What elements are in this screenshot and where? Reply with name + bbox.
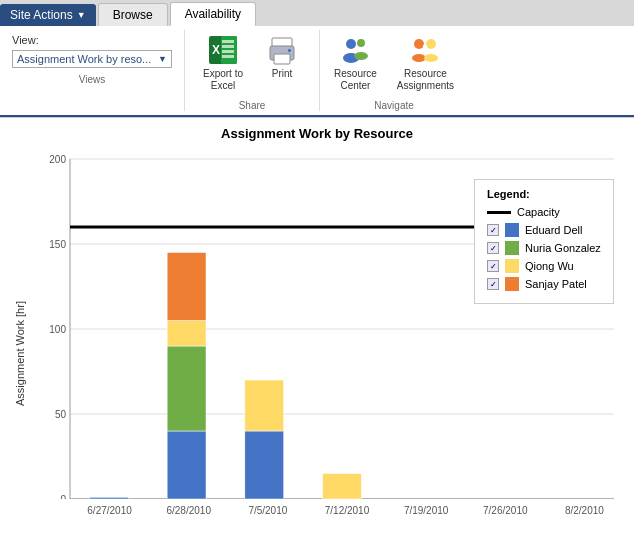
y-axis-label: Assignment Work [hr]	[10, 149, 30, 529]
svg-rect-4	[222, 45, 234, 48]
x-tick: 8/2/2010	[545, 501, 624, 529]
print-button[interactable]: Print	[257, 30, 307, 84]
tab-availability[interactable]: Availability	[170, 2, 256, 26]
svg-rect-6	[222, 55, 234, 58]
legend-checkbox[interactable]: ✓	[487, 260, 499, 272]
svg-text:X: X	[212, 43, 220, 57]
views-group-label: Views	[12, 74, 172, 85]
share-group-items: X Export toExcel	[197, 30, 307, 96]
svg-point-14	[354, 52, 368, 60]
view-label: View:	[12, 34, 172, 46]
legend-capacity-line	[487, 211, 511, 214]
view-value: Assignment Work by reso...	[17, 53, 151, 65]
x-axis: 6/27/20106/28/20107/5/20107/12/20107/19/…	[70, 501, 624, 529]
legend-item-label: Qiong Wu	[525, 260, 574, 272]
legend-item-label: Eduard Dell	[525, 224, 582, 236]
tab-bar: Site Actions ▼ Browse Availability	[0, 0, 634, 26]
svg-rect-5	[222, 50, 234, 53]
ribbon: View: Assignment Work by reso... ▼ Views…	[0, 26, 634, 118]
navigate-group: ResourceCenter ResourceAssignments	[320, 30, 468, 111]
site-actions-label: Site Actions	[10, 8, 73, 22]
export-excel-label: Export toExcel	[203, 68, 243, 92]
svg-text:50: 50	[55, 409, 67, 420]
print-label: Print	[272, 68, 293, 80]
legend-item: ✓ Sanjay Patel	[487, 277, 601, 291]
chart-title: Assignment Work by Resource	[10, 126, 624, 141]
tab-site-actions[interactable]: Site Actions ▼	[0, 4, 96, 26]
legend-items: ✓ Eduard Dell ✓ Nuria Gonzalez ✓ Qiong W…	[487, 223, 601, 291]
svg-rect-35	[167, 321, 206, 347]
legend-item: ✓ Nuria Gonzalez	[487, 241, 601, 255]
site-actions-arrow: ▼	[77, 10, 86, 20]
x-tick: 7/5/2010	[228, 501, 307, 529]
share-group: X Export toExcel	[185, 30, 320, 111]
ribbon-content: View: Assignment Work by reso... ▼ Views…	[0, 26, 634, 117]
view-dropdown-arrow: ▼	[158, 54, 167, 64]
svg-rect-3	[222, 40, 234, 43]
resource-assignments-label: ResourceAssignments	[397, 68, 454, 92]
share-group-label: Share	[239, 100, 266, 111]
legend-item-label: Nuria Gonzalez	[525, 242, 601, 254]
legend-checkbox[interactable]: ✓	[487, 224, 499, 236]
legend: Legend: Capacity ✓ Eduard Dell ✓ Nuria G…	[474, 179, 614, 304]
x-tick: 7/19/2010	[387, 501, 466, 529]
navigate-group-label: Navigate	[374, 100, 413, 111]
resource-assignments-icon	[409, 34, 441, 66]
view-section: View: Assignment Work by reso... ▼ Views	[8, 30, 185, 111]
legend-item: ✓ Eduard Dell	[487, 223, 601, 237]
navigate-items: ResourceCenter ResourceAssignments	[328, 30, 460, 96]
legend-checkbox[interactable]: ✓	[487, 242, 499, 254]
legend-item-label: Sanjay Patel	[525, 278, 587, 290]
x-tick: 7/26/2010	[466, 501, 545, 529]
export-excel-button[interactable]: X Export toExcel	[197, 30, 249, 96]
legend-item: ✓ Qiong Wu	[487, 259, 601, 273]
svg-text:200: 200	[49, 154, 66, 165]
legend-color-swatch	[505, 277, 519, 291]
svg-rect-34	[167, 346, 206, 431]
svg-rect-9	[274, 54, 290, 64]
svg-point-11	[346, 39, 356, 49]
svg-text:150: 150	[49, 239, 66, 250]
svg-rect-10	[288, 49, 291, 52]
svg-text:0: 0	[60, 494, 66, 499]
chart-area: Assignment Work [hr] 050100150200 6/27/2…	[10, 149, 624, 529]
svg-rect-36	[167, 253, 206, 321]
svg-rect-32	[89, 497, 128, 499]
svg-point-17	[426, 39, 436, 49]
legend-capacity-label: Capacity	[517, 206, 560, 218]
legend-checkbox[interactable]: ✓	[487, 278, 499, 290]
resource-center-label: ResourceCenter	[334, 68, 377, 92]
legend-title: Legend:	[487, 188, 601, 200]
x-tick: 6/28/2010	[149, 501, 228, 529]
x-tick: 7/12/2010	[307, 501, 386, 529]
svg-point-13	[357, 39, 365, 47]
view-select[interactable]: Assignment Work by reso... ▼	[12, 50, 172, 68]
svg-rect-33	[167, 431, 206, 499]
legend-color-swatch	[505, 223, 519, 237]
chart-section: Assignment Work by Resource Assignment W…	[0, 118, 634, 533]
svg-rect-37	[245, 431, 284, 499]
svg-point-15	[414, 39, 424, 49]
resource-center-icon	[339, 34, 371, 66]
legend-capacity: Capacity	[487, 206, 601, 218]
resource-center-button[interactable]: ResourceCenter	[328, 30, 383, 96]
export-excel-icon: X	[207, 34, 239, 66]
legend-color-swatch	[505, 241, 519, 255]
svg-text:100: 100	[49, 324, 66, 335]
svg-point-18	[424, 54, 438, 62]
legend-color-swatch	[505, 259, 519, 273]
x-tick: 6/27/2010	[70, 501, 149, 529]
svg-rect-38	[245, 380, 284, 431]
resource-assignments-button[interactable]: ResourceAssignments	[391, 30, 460, 96]
svg-point-16	[412, 54, 426, 62]
print-icon	[266, 34, 298, 66]
svg-rect-39	[323, 474, 362, 500]
tab-browse[interactable]: Browse	[98, 3, 168, 26]
